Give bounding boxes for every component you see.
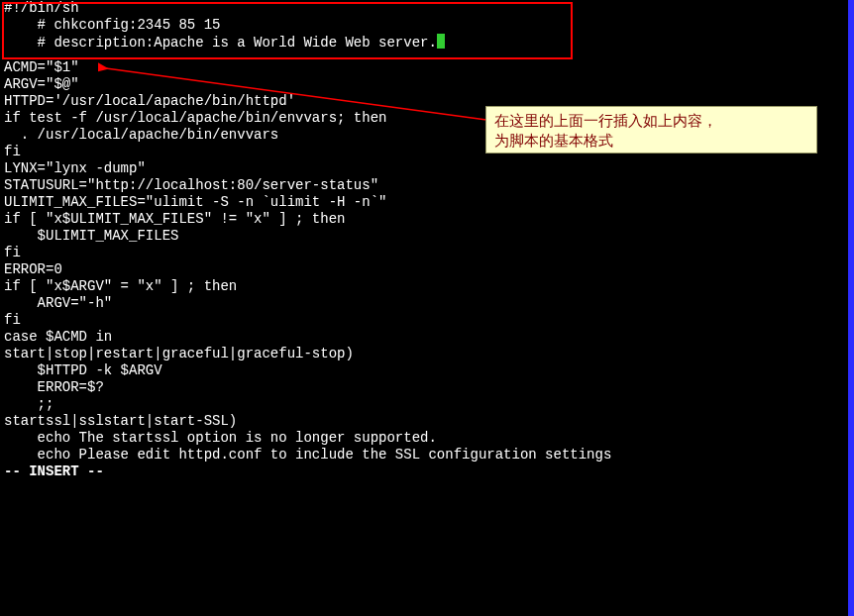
code-line: echo The startssl option is no longer su… — [0, 430, 854, 447]
code-line: STATUSURL="http://localhost:80/server-st… — [0, 177, 854, 194]
code-line: if [ "x$ULIMIT_MAX_FILES" != "x" ] ; the… — [0, 211, 854, 228]
callout-line1: 在这里的上面一行插入如上内容， — [494, 111, 808, 131]
code-line: case $ACMD in — [0, 329, 854, 346]
code-line: echo Please edit httpd.conf to include t… — [0, 447, 854, 463]
code-line: start|stop|restart|graceful|graceful-sto… — [0, 346, 854, 362]
code-line: fi — [0, 312, 854, 329]
vim-status-line: -- INSERT -- — [0, 463, 854, 480]
code-line: $HTTPD -k $ARGV — [0, 362, 854, 379]
code-line: fi — [0, 245, 854, 261]
code-line: ARGV="$@" — [0, 76, 854, 93]
terminal-window[interactable]: #!/bin/sh # chkconfig:2345 85 15 # descr… — [0, 0, 854, 616]
code-line: LYNX="lynx -dump" — [0, 160, 854, 177]
code-line: if [ "x$ARGV" = "x" ] ; then — [0, 278, 854, 295]
annotation-callout: 在这里的上面一行插入如上内容， 为脚本的基本格式 — [485, 106, 817, 154]
cursor — [437, 34, 445, 49]
code-line: ERROR=$? — [0, 379, 854, 396]
code-line: ARGV="-h" — [0, 295, 854, 312]
callout-line2: 为脚本的基本格式 — [494, 131, 808, 151]
code-line: ;; — [0, 396, 854, 413]
code-line: #!/bin/sh — [0, 0, 854, 17]
code-text: # description:Apache is a World Wide Web… — [4, 35, 437, 51]
right-side-strip — [848, 0, 854, 616]
code-line: $ULIMIT_MAX_FILES — [0, 228, 854, 245]
code-line: startssl|sslstart|start-SSL) — [0, 413, 854, 430]
code-line: ACMD="$1" — [0, 59, 854, 76]
code-line: ERROR=0 — [0, 261, 854, 278]
code-line: # description:Apache is a World Wide Web… — [0, 34, 854, 51]
code-line: # chkconfig:2345 85 15 — [0, 17, 854, 34]
code-line: ULIMIT_MAX_FILES="ulimit -S -n `ulimit -… — [0, 194, 854, 211]
